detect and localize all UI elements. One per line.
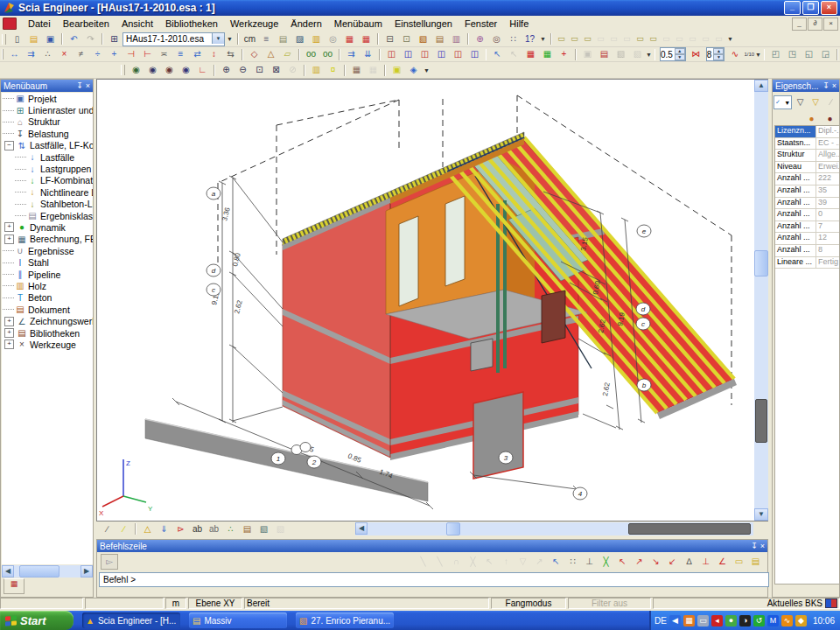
tree-item-steel[interactable]: IStahl [2, 256, 93, 268]
connect-2-icon[interactable]: ◫ [400, 47, 416, 62]
menu-hilfe[interactable]: Hilfe [503, 17, 535, 31]
view-frame-5-icon[interactable]: ▭ [607, 32, 620, 46]
view-frame-3-icon[interactable]: ▭ [581, 32, 594, 46]
copy-node-icon[interactable]: ⇉ [23, 47, 39, 62]
render-photo-icon[interactable]: ▧ [612, 47, 629, 62]
property-row[interactable]: Anzahl ...222 [775, 173, 839, 186]
clock[interactable]: 10:06 [813, 616, 835, 626]
tree-hscrollbar[interactable]: ◀ ▶ [2, 565, 93, 578]
reverse-member-icon[interactable]: ⇆ [222, 47, 239, 62]
spinner-up-icon[interactable]: ▲ [675, 48, 685, 54]
hinge-icon[interactable]: ⋈ [688, 47, 704, 62]
zoom-previous-icon[interactable]: ⊘ [284, 63, 301, 78]
hscroll-thumb[interactable] [446, 522, 460, 536]
join-members-icon[interactable]: + [106, 47, 122, 62]
cascade-2-icon[interactable]: ◳ [784, 47, 801, 62]
view-3d-icon[interactable]: ◈ [405, 63, 422, 78]
new-doc-icon[interactable]: ▯ [9, 32, 25, 46]
collapse-chevron-icon[interactable]: ◀ [669, 615, 681, 626]
activity-xy-icon[interactable]: ▨ [291, 32, 308, 46]
import-file-icon[interactable]: ▤ [596, 47, 612, 62]
spinner-down-icon[interactable]: ▼ [675, 54, 685, 60]
connect-4-icon[interactable]: ◫ [433, 47, 450, 62]
property-row[interactable]: StrukturAllge... [775, 150, 839, 162]
chart-pie-icon[interactable]: ● [803, 111, 820, 126]
clipboard-key-icon[interactable]: ⊕ [472, 32, 488, 46]
tree-item-lc[interactable]: ↓Lastfälle [2, 151, 93, 163]
snap-rotate-icon[interactable]: ↑ [498, 555, 514, 570]
pin-icon[interactable]: ↧ [822, 81, 830, 90]
expand-icon[interactable]: + [4, 317, 14, 326]
align-member-icon[interactable]: ≡ [172, 47, 189, 62]
snap-length-icon[interactable]: ▭ [731, 555, 747, 570]
print-preview-icon[interactable]: ⊡ [398, 32, 415, 46]
select-polygon-icon[interactable]: △ [262, 47, 279, 62]
tree-item-nlc[interactable]: ↓Nichtlineare LF [2, 186, 93, 198]
view-dropdown[interactable]: ▼ [422, 64, 431, 77]
property-filter-combo[interactable]: ✓▼ [774, 95, 792, 109]
open-project-icon[interactable]: ▤ [25, 32, 42, 46]
command-input[interactable]: Befehl > [99, 572, 769, 587]
grid-green-icon[interactable]: ▦ [539, 47, 556, 62]
tree-item-calc[interactable]: +▦Berechnung, FE-N [2, 234, 93, 245]
eigenschaften-titlebar[interactable]: Eigensch... ↧× [773, 80, 839, 92]
menu-ansicht[interactable]: Ansicht [116, 17, 159, 31]
scale-1-10-button[interactable]: 1/10 [743, 47, 755, 62]
property-row[interactable]: Lizenzn...Dipl.-... [775, 126, 839, 138]
move-node-icon[interactable]: ↔ [6, 47, 23, 62]
attic-door-1[interactable] [399, 216, 418, 306]
filter-flash-icon[interactable]: ▽ [808, 95, 823, 110]
close-button[interactable]: × [821, 1, 837, 15]
cursor-mode-button[interactable]: ▻ [101, 554, 118, 570]
doc-info-icon[interactable]: ▤ [275, 32, 291, 46]
frames-dropdown[interactable]: ▼ [725, 32, 735, 46]
snap-tangent-icon[interactable]: ↙ [664, 555, 681, 570]
select-flag-icon[interactable]: ↖ [489, 47, 506, 62]
combo-extra-dropdown[interactable]: ▼ [225, 32, 234, 46]
menu-datei[interactable]: Datei [22, 17, 57, 31]
spring-icon[interactable]: ∿ [726, 47, 743, 62]
camera-icon[interactable]: ▦ [348, 63, 365, 78]
combo-dropdown-icon[interactable]: ▼ [212, 33, 224, 44]
menu-ndern[interactable]: Ändern [284, 17, 327, 31]
snap-line-icon[interactable]: ╲ [415, 555, 431, 570]
minimize-button[interactable]: _ [784, 1, 801, 15]
view-frame-13-icon[interactable]: ▭ [712, 32, 725, 46]
clipping-box-icon[interactable]: ▣ [388, 63, 405, 78]
tree-item-timber[interactable]: ▥Holz [2, 280, 93, 291]
scale-dropdown[interactable]: ▼ [755, 48, 761, 61]
language-indicator[interactable]: DE [654, 616, 667, 626]
property-row[interactable]: Anzahl ...12 [775, 233, 839, 245]
scroll-left-icon[interactable]: ◀ [2, 565, 14, 578]
hscroll-dark-block[interactable] [628, 523, 751, 535]
snap-table-icon[interactable]: ▤ [747, 555, 764, 570]
scroll-left-icon[interactable]: ◀ [355, 522, 368, 535]
befehlszeile-titlebar[interactable]: Befehlszeile ↧× [97, 540, 767, 552]
tree-item-loadcases[interactable]: −⇅Lastfälle, LF-Kombi [2, 140, 93, 151]
view-z-icon[interactable]: ◉ [161, 63, 178, 78]
chart-dark-icon[interactable]: ● [822, 111, 838, 126]
toolbar-handle[interactable] [121, 65, 125, 75]
snap-move-icon[interactable]: ↖ [481, 555, 498, 570]
close-icon[interactable]: × [86, 81, 90, 90]
snap-angle-icon[interactable]: ∠ [714, 555, 731, 570]
property-row[interactable]: Lineare ...Fertig [775, 257, 839, 270]
tree-item-concrete[interactable]: TBeton [2, 292, 93, 304]
move-center-icon[interactable]: + [556, 47, 572, 62]
tree-item-document[interactable]: ▤Dokument [2, 304, 93, 315]
scroll-right-icon[interactable]: ▶ [80, 565, 93, 578]
menu-bearbeiten[interactable]: Bearbeiten [57, 17, 116, 31]
view-frame-4-icon[interactable]: ▭ [594, 32, 607, 46]
collapse-icon[interactable]: − [4, 141, 14, 150]
folder-link-icon[interactable]: ▥ [308, 32, 325, 46]
expand-icon[interactable]: + [4, 328, 14, 338]
move-multi-icon[interactable]: ⇊ [360, 47, 376, 62]
layers-icon[interactable]: ≡ [258, 32, 275, 46]
tools-dropdown[interactable]: ▼ [538, 32, 548, 46]
grid-spinner[interactable]: 8▲▼ [706, 47, 725, 61]
tree-item-lg[interactable]: ↓Lastgruppen [2, 163, 93, 174]
mdi-close-button[interactable]: × [823, 18, 838, 31]
table-frame-2-icon[interactable]: ▦ [358, 32, 374, 46]
taskbar-task-scia[interactable]: ▲Scia Engineer - [H... [82, 612, 180, 628]
show-image-grey-icon[interactable]: ▧ [272, 522, 289, 536]
